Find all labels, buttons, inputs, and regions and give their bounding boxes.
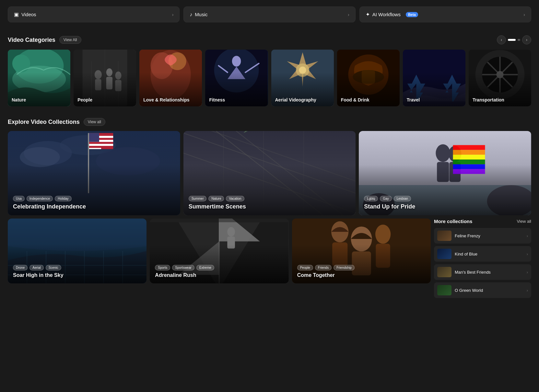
categories-header: Video Categories View All ‹ › — [8, 35, 531, 44]
videos-nav[interactable]: ▣ Videos › — [8, 6, 180, 22]
category-travel[interactable]: Travel — [403, 50, 465, 106]
nature-label: Nature — [12, 97, 26, 102]
tag-drone: Drone — [13, 265, 28, 270]
collection-summertime[interactable]: Summer Nature Vacation Summertime Scenes — [183, 131, 356, 215]
more-collection-mans[interactable]: Man's Best Friends › — [434, 264, 531, 280]
music-arrow: › — [348, 12, 349, 17]
category-fitness[interactable]: Fitness — [205, 50, 268, 106]
tag-independence: Independence — [27, 196, 53, 201]
more-collections-title: More collections — [434, 219, 472, 224]
more-collection-feline[interactable]: Feline Frenzy › — [434, 228, 531, 244]
food-label: Food & Drink — [341, 97, 369, 102]
summertime-tags: Summer Nature Vacation — [189, 196, 246, 201]
ai-workflows-nav[interactable]: ✦ AI Workflows Beta › — [359, 6, 531, 22]
category-transport[interactable]: Transportation — [469, 50, 531, 106]
feline-name: Feline Frenzy — [455, 233, 480, 238]
svg-point-59 — [436, 144, 451, 162]
transport-label: Transportation — [473, 97, 504, 102]
people-label: People — [77, 97, 92, 102]
feline-arrow: › — [527, 233, 528, 238]
tag-vacation: Vacation — [226, 196, 244, 201]
collection-pride[interactable]: Lgbtq Gay Lesbian Stand Up for Pride — [359, 131, 531, 215]
more-collections-header: More collections View all — [434, 219, 531, 224]
categories-grid: Nature — [8, 50, 531, 106]
soar-tags: Drone Aerial Scenic — [13, 265, 64, 270]
categories-view-all[interactable]: View All — [59, 36, 81, 44]
come-tags: People Friends Friendship — [297, 265, 355, 270]
adrenaline-title: Adrenaline Rush — [155, 272, 214, 278]
collection-soar[interactable]: Drone Aerial Scenic Soar High in the Sky — [8, 219, 146, 283]
tag-friends: Friends — [315, 265, 332, 270]
blue-arrow: › — [527, 252, 528, 256]
more-collections-view-all[interactable]: View all — [517, 219, 531, 224]
svg-point-3 — [12, 54, 30, 72]
svg-rect-63 — [453, 145, 485, 150]
svg-point-83 — [228, 227, 235, 237]
category-people[interactable]: People — [74, 50, 136, 106]
categories-title: Video Categories — [8, 37, 55, 43]
svg-rect-65 — [453, 155, 485, 160]
fitness-label: Fitness — [209, 97, 225, 102]
collections-main-row: Usa Independence Holiday Celebrating Ind… — [8, 131, 531, 215]
svg-point-41 — [20, 147, 60, 167]
videos-arrow: › — [172, 12, 174, 17]
top-nav: ▣ Videos › ♪ Music › ✦ AI Workflows Beta… — [8, 6, 531, 22]
category-food[interactable]: Food & Drink — [337, 50, 400, 106]
ai-workflows-label: AI Workflows — [372, 12, 401, 17]
videos-label: Videos — [21, 12, 36, 17]
independence-info: Usa Independence Holiday Celebrating Ind… — [13, 196, 86, 210]
more-collection-ogreen[interactable]: O Green World › — [434, 282, 531, 298]
adrenaline-tags: Sports Sportswear Extreme — [155, 265, 214, 270]
ogreen-name: O Green World — [455, 288, 483, 293]
category-aerial[interactable]: Aerial Videography — [271, 50, 334, 106]
collections-bottom-row: Drone Aerial Scenic Soar High in the Sky — [8, 219, 431, 301]
pride-title: Stand Up for Pride — [364, 203, 415, 210]
tag-extreme: Extreme — [196, 265, 214, 270]
love-label: Love & Relationships — [143, 97, 189, 102]
category-nature[interactable]: Nature — [8, 50, 70, 106]
blue-name: Kind of Blue — [455, 252, 477, 256]
tag-people2: People — [297, 265, 313, 270]
tag-usa: Usa — [13, 196, 25, 201]
more-collection-blue[interactable]: Kind of Blue › — [434, 246, 531, 262]
bottom-row: Drone Aerial Scenic Soar High in the Sky — [8, 219, 531, 301]
category-love[interactable]: Love & Relationships — [139, 50, 202, 106]
aerial-label: Aerial Videography — [275, 97, 316, 102]
ogreen-arrow: › — [527, 288, 528, 293]
summertime-info: Summer Nature Vacation Summertime Scenes — [189, 196, 246, 210]
tag-nature: Nature — [208, 196, 224, 201]
pride-tags: Lgbtq Gay Lesbian — [364, 196, 415, 201]
adrenaline-info: Sports Sportswear Extreme Adrenaline Rus… — [155, 265, 214, 278]
feline-thumb — [437, 231, 451, 241]
beta-badge: Beta — [406, 12, 418, 17]
tag-aerial: Aerial — [29, 265, 44, 270]
svg-rect-49 — [89, 148, 101, 149]
mans-name: Man's Best Friends — [455, 270, 491, 275]
soar-title: Soar High in the Sky — [13, 272, 64, 278]
carousel-controls: ‹ › — [497, 35, 531, 44]
tag-sportswear: Sportswear — [172, 265, 194, 270]
svg-rect-85 — [150, 219, 288, 222]
svg-rect-64 — [453, 150, 485, 155]
tag-lgbtq: Lgbtq — [364, 196, 378, 201]
collections-view-all[interactable]: View all — [84, 118, 105, 126]
svg-rect-66 — [453, 160, 485, 164]
carousel-prev[interactable]: ‹ — [497, 35, 506, 44]
collections-title: Explore Video Collections — [8, 119, 80, 125]
tag-sports: Sports — [155, 265, 170, 270]
collection-come[interactable]: People Friends Friendship Come Together — [292, 219, 431, 283]
music-label: Music — [195, 12, 207, 17]
carousel-next[interactable]: › — [522, 35, 531, 44]
collections-section: Explore Video Collections View all — [8, 118, 531, 301]
svg-rect-50 — [89, 133, 99, 142]
collection-independence[interactable]: Usa Independence Holiday Celebrating Ind… — [8, 131, 180, 215]
tag-lesbian: Lesbian — [394, 196, 411, 201]
music-nav[interactable]: ♪ Music › — [183, 6, 355, 22]
collection-adrenaline[interactable]: Sports Sportswear Extreme Adrenaline Rus… — [150, 219, 288, 283]
pride-info: Lgbtq Gay Lesbian Stand Up for Pride — [364, 196, 415, 210]
carousel-dot-inactive — [518, 39, 520, 41]
blue-thumb — [437, 249, 451, 259]
svg-rect-48 — [89, 144, 113, 146]
travel-label: Travel — [407, 97, 420, 102]
ai-icon: ✦ — [366, 11, 370, 18]
